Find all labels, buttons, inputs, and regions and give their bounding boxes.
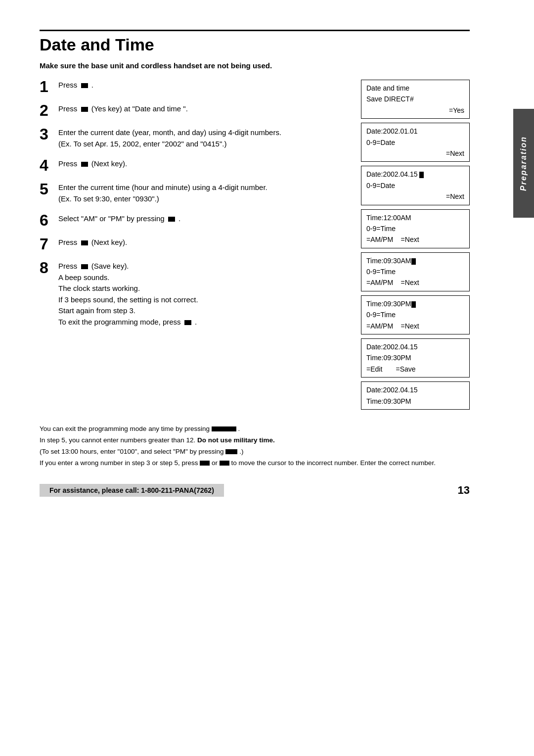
step-7-content: Press (Next key). <box>58 237 346 248</box>
display-box-1: Date and time Save DIRECT# =Yes <box>361 80 470 119</box>
display-box-5-line2: 0-9=Time <box>366 266 464 277</box>
display-box-6-line1: Time:09:30PM <box>366 298 464 309</box>
display-box-3-line2: 0-9=Date <box>366 180 464 191</box>
step-2: 2 Press (Yes key) at "Date and time ". <box>40 103 346 118</box>
step8-exit-key <box>184 320 191 325</box>
display-box-4-line3: =AM/PM =Next <box>366 234 464 245</box>
cursor-2 <box>411 258 416 265</box>
note4-key2 <box>220 461 229 466</box>
step-3: 3 Enter the current date (year, month, a… <box>40 127 346 149</box>
display-box-5: Time:09:30AM 0-9=Time =AM/PM =Next <box>361 252 470 291</box>
step-2-number: 2 <box>40 102 53 118</box>
note4-key1 <box>200 461 210 466</box>
cursor-1 <box>419 172 424 178</box>
page-title: Date and Time <box>40 35 470 54</box>
display-box-7-line3: =Edit =Save <box>366 364 464 375</box>
display-box-1-line1: Date and time <box>366 83 464 94</box>
page-container: Preparation Date and Time Make sure the … <box>0 0 534 756</box>
footer-assistance: For assistance, please call: 1-800-211-P… <box>40 484 224 497</box>
step-3-content: Enter the current date (year, month, and… <box>58 127 346 149</box>
cursor-3 <box>411 301 416 308</box>
display-box-8-line2: Time:09:30PM <box>366 396 464 407</box>
step-1: 1 Press . <box>40 80 346 94</box>
display-box-2-line1: Date:2002.01.01 <box>366 126 464 137</box>
step-1-number: 1 <box>40 79 53 94</box>
step-6-number: 6 <box>40 212 53 228</box>
step-5-content: Enter the current time (hour and minute)… <box>58 182 346 204</box>
display-box-7-line2: Time:09:30PM <box>366 352 464 363</box>
step-8: 8 Press (Save key). A beep sounds. The c… <box>40 261 346 328</box>
step-5: 5 Enter the current time (hour and minut… <box>40 182 346 204</box>
display-box-2-line3: =Next <box>366 148 464 159</box>
display-box-6-line3: =AM/PM =Next <box>366 321 464 331</box>
display-box-2: Date:2002.01.01 0-9=Date =Next <box>361 123 470 162</box>
step-1-content: Press . <box>58 80 346 91</box>
side-tab: Preparation <box>513 109 534 218</box>
display-box-3-line3: =Next <box>366 191 464 202</box>
step-6-content: Select "AM" or "PM" by pressing . <box>58 213 346 225</box>
footer: For assistance, please call: 1-800-211-P… <box>40 484 470 497</box>
step4-key <box>81 162 88 167</box>
display-box-8: Date:2002.04.15 Time:09:30PM <box>361 381 470 410</box>
steps-area: 1 Press . 2 Press (Yes key) at "Date and… <box>40 80 470 414</box>
display-box-2-line2: 0-9=Date <box>366 137 464 148</box>
note-3: (To set 13:00 hours, enter "0100", and s… <box>40 446 470 458</box>
step-7: 7 Press (Next key). <box>40 237 346 252</box>
display-box-7-line1: Date:2002.04.15 <box>366 341 464 352</box>
step-4-number: 4 <box>40 157 53 173</box>
note-1: You can exit the programming mode any ti… <box>40 424 470 435</box>
note-4: If you enter a wrong number in step 3 or… <box>40 458 470 469</box>
step-8-number: 8 <box>40 260 53 276</box>
step1-key <box>81 83 88 88</box>
note3-key <box>225 449 237 454</box>
display-box-5-line3: =AM/PM =Next <box>366 277 464 288</box>
display-box-4: Time:12:00AM 0-9=Time =AM/PM =Next <box>361 209 470 248</box>
note1-key <box>212 426 236 431</box>
steps-left: 1 Press . 2 Press (Yes key) at "Date and… <box>40 80 346 336</box>
display-box-8-line1: Date:2002.04.15 <box>366 384 464 395</box>
note-2-bold: Do not use military time. <box>197 436 275 444</box>
title-border <box>40 30 470 31</box>
display-box-3: Date:2002.04.15 0-9=Date =Next <box>361 166 470 205</box>
step8-key <box>81 264 88 269</box>
display-box-6: Time:09:30PM 0-9=Time =AM/PM =Next <box>361 295 470 334</box>
side-tab-label: Preparation <box>519 136 528 191</box>
main-content: Date and Time Make sure the base unit an… <box>0 0 534 526</box>
step6-key <box>168 217 175 222</box>
step-7-number: 7 <box>40 236 53 252</box>
display-box-7: Date:2002.04.15 Time:09:30PM =Edit =Save <box>361 338 470 378</box>
step-3-number: 3 <box>40 126 53 142</box>
step2-key <box>81 107 88 112</box>
display-box-4-line1: Time:12:00AM <box>366 212 464 223</box>
steps-right: Date and time Save DIRECT# =Yes Date:200… <box>361 80 470 414</box>
step-2-content: Press (Yes key) at "Date and time ". <box>58 103 346 115</box>
step-8-content: Press (Save key). A beep sounds. The clo… <box>58 261 346 328</box>
step7-key <box>81 240 88 245</box>
note-2: In step 5, you cannot enter numbers grea… <box>40 435 470 446</box>
display-box-1-line2: Save DIRECT# <box>366 94 464 104</box>
step-5-number: 5 <box>40 181 53 197</box>
notes-section: You can exit the programming mode any ti… <box>40 424 470 469</box>
display-box-4-line2: 0-9=Time <box>366 223 464 234</box>
display-box-6-line2: 0-9=Time <box>366 309 464 320</box>
step-4-content: Press (Next key). <box>58 158 346 170</box>
display-box-1-line3: =Yes <box>366 105 464 116</box>
display-box-5-line1: Time:09:30AM <box>366 255 464 266</box>
step-4: 4 Press (Next key). <box>40 158 346 173</box>
display-box-3-line1: Date:2002.04.15 <box>366 169 464 180</box>
step-6: 6 Select "AM" or "PM" by pressing . <box>40 213 346 228</box>
subtitle: Make sure the base unit and cordless han… <box>40 61 470 70</box>
page-number: 13 <box>458 484 470 497</box>
